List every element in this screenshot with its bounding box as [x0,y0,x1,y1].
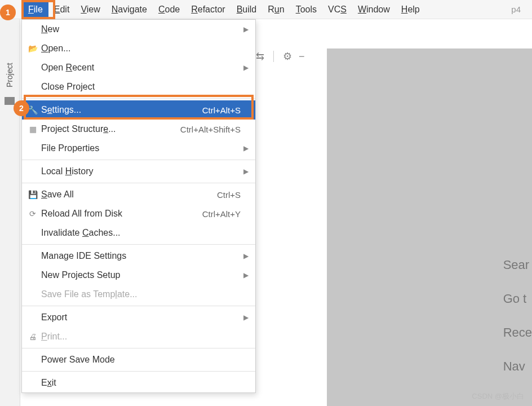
menu-item-power-save-mode[interactable]: Power Save Mode [22,350,255,369]
project-structure-icon: ▦ [26,125,39,134]
watermark: CSDN @极小白 [472,391,524,401]
menu-item-project-structure[interactable]: ▦Project Structure...Ctrl+Alt+Shift+S [22,120,255,139]
menu-item-label: Print... [39,332,241,342]
hint-text: Rece [503,316,532,350]
hint-text: Go t [503,282,532,316]
menu-separator [22,160,255,160]
menu-item-label: Export [39,312,241,323]
menu-separator [22,183,255,183]
gear-icon[interactable]: ⚙ [283,50,292,63]
callout-box-2 [24,95,254,120]
menu-item-shortcut: Ctrl+Alt+Shift+S [180,125,241,134]
menu-item-print: 🖨Print... [22,327,255,346]
menu-item-reload-from-disk[interactable]: ⟳Reload All from DiskCtrl+Alt+Y [22,204,255,223]
menu-item-shortcut: Ctrl+Alt+Y [202,209,241,219]
menu-item-manage-ide-settings[interactable]: Manage IDE Settings▶ [22,246,255,266]
menu-separator [22,371,255,372]
menubar: FileEditViewNavigateCodeRefactorBuildRun… [0,0,532,19]
menu-item-label: Save All [39,189,217,200]
menu-item-label: Save File as Template... [39,289,241,299]
menu-item-label: File Properties [39,143,241,153]
menu-item-label: New Projects Setup [39,270,241,280]
callout-box-1 [21,0,55,19]
minimize-icon[interactable]: − [299,51,305,63]
open-icon: 📂 [26,44,39,53]
menu-build[interactable]: Build [231,1,263,18]
menu-item-label: Close Project [39,82,241,92]
submenu-arrow-icon: ▶ [241,252,249,260]
menu-item-save-all[interactable]: 💾Save AllCtrl+S [22,185,255,204]
editor-empty-panel: SearGo tReceNav [327,48,532,406]
submenu-arrow-icon: ▶ [241,25,249,33]
menu-item-file-properties[interactable]: File Properties▶ [22,139,255,158]
menu-item-save-file-as-template: Save File as Template... [22,285,255,304]
menu-item-label: Open... [39,43,241,54]
menu-item-label: Reload All from Disk [39,209,202,219]
submenu-arrow-icon: ▶ [241,271,249,279]
menu-separator [22,348,255,348]
menu-item-open[interactable]: 📂Open... [22,39,255,58]
hint-text: Nav [503,350,532,383]
menu-item-close-project[interactable]: Close Project [22,77,255,96]
menu-item-label: Open Recent [39,63,241,73]
menu-item-local-history[interactable]: Local History▶ [22,162,255,181]
folder-icon [5,97,15,105]
menu-item-label: Project Structure... [39,124,180,134]
menu-item-label: Exit [39,378,241,388]
submenu-arrow-icon: ▶ [241,167,249,175]
menu-item-label: Local History [39,166,241,176]
project-label: p4 [511,5,532,14]
menu-item-open-recent[interactable]: Open Recent▶ [22,58,255,77]
menu-refactor[interactable]: Refactor [185,1,230,18]
callout-badge-1: 1 [0,5,16,20]
filter-icon[interactable]: ⇆ [256,50,264,63]
menu-separator [22,306,255,306]
submenu-arrow-icon: ▶ [241,64,249,72]
menu-item-label: Invalidate Caches... [39,228,241,238]
callout-badge-2: 2 [14,100,29,116]
menu-item-shortcut: Ctrl+S [217,190,241,200]
submenu-arrow-icon: ▶ [241,144,249,152]
save-all-icon: 💾 [26,190,39,199]
menu-view[interactable]: View [75,1,105,18]
menu-item-label: New [39,24,241,34]
sidebar: Project [0,19,20,406]
menu-tools[interactable]: Tools [290,1,322,18]
menu-window[interactable]: Window [352,1,396,18]
menu-item-new[interactable]: New▶ [22,20,255,39]
hint-text: Sear [503,248,532,282]
menu-item-invalidate-caches[interactable]: Invalidate Caches... [22,223,255,242]
editor-toolbar: ⇆ ⚙ − [256,48,305,64]
menu-item-label: Manage IDE Settings [39,251,241,261]
project-tool-tab[interactable]: Project [1,55,18,95]
reload-from-disk-icon: ⟳ [26,209,39,218]
menu-item-exit[interactable]: Exit [22,373,255,392]
menu-code[interactable]: Code [153,1,185,18]
menu-vcs[interactable]: VCS [322,1,352,18]
menu-separator [22,244,255,245]
menu-run[interactable]: Run [262,1,290,18]
submenu-arrow-icon: ▶ [241,314,249,321]
print-icon: 🖨 [26,332,39,341]
menu-item-label: Power Save Mode [39,355,241,365]
menu-navigate[interactable]: Navigate [106,1,153,18]
menu-item-export[interactable]: Export▶ [22,308,255,327]
file-menu-dropdown: New▶📂Open...Open Recent▶Close Project🔧Se… [21,19,256,393]
menu-help[interactable]: Help [396,1,425,18]
menu-item-new-projects-setup[interactable]: New Projects Setup▶ [22,266,255,285]
